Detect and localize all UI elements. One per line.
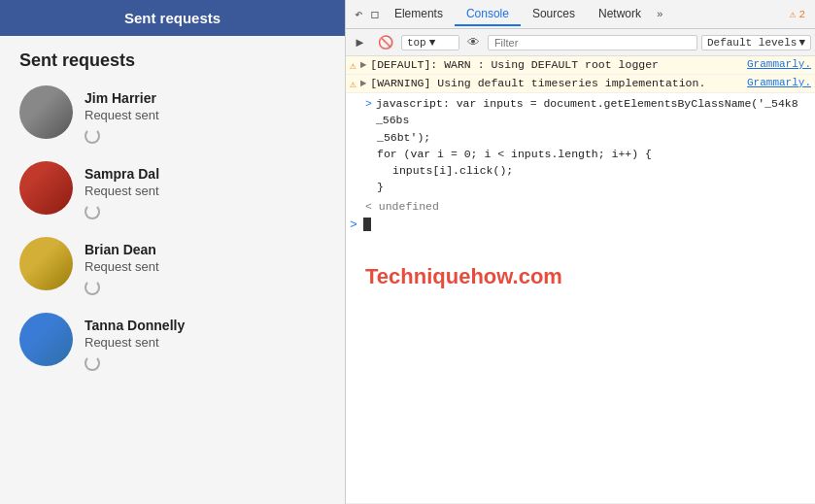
avatar — [19, 85, 73, 139]
item-details: Sampra Dal Request sent — [85, 161, 159, 219]
left-header: Sent requests — [0, 0, 345, 36]
filter-input[interactable] — [488, 35, 697, 50]
item-details: Brian Dean Request sent — [85, 237, 159, 295]
loading-spinner — [85, 204, 100, 219]
loading-spinner — [85, 355, 100, 371]
person-name: Tanna Donnelly — [85, 318, 185, 333]
eye-icon[interactable]: 👁 — [463, 33, 484, 51]
warn-badge: ⚠ 2 — [790, 8, 810, 20]
avatar — [19, 313, 73, 366]
code-block: > javascript: var inputs = document.getE… — [346, 93, 815, 198]
expand-icon[interactable]: ► — [360, 59, 367, 71]
code-line: inputs[i].click(); — [365, 162, 811, 179]
prompt-line[interactable]: > — [346, 215, 815, 235]
code-line: } — [365, 179, 811, 195]
watermark: Techniquehow.com — [346, 235, 815, 309]
console-text: [WARNING] Using default timeseries imple… — [370, 77, 739, 89]
person-name: Jim Harrier — [85, 90, 159, 106]
warn-icon: ⚠ — [350, 78, 357, 90]
loading-spinner — [85, 280, 100, 295]
console-warn-line: ⚠ ► [DEFAULT]: WARN : Using DEFAULT root… — [346, 56, 815, 75]
default-levels-selector[interactable]: Default levels ▼ — [701, 35, 811, 50]
loading-spinner — [85, 128, 100, 144]
devtools-topbar: ↶ ◻ Elements Console Sources Network » ⚠… — [346, 0, 815, 29]
left-content: Sent requests Jim Harrier Request sent S… — [0, 36, 345, 504]
prompt-symbol: > — [365, 95, 372, 129]
context-label: top — [407, 37, 426, 49]
undefined-output: < undefined — [346, 198, 815, 215]
prompt-chevron-icon: > — [350, 218, 357, 232]
console-text: [DEFAULT]: WARN : Using DEFAULT root log… — [370, 58, 739, 71]
code-text: for (var i = 0; i < inputs.length; i++) … — [365, 146, 652, 162]
tab-console[interactable]: Console — [455, 3, 521, 26]
header-title: Sent requests — [124, 10, 221, 26]
tab-elements[interactable]: Elements — [383, 3, 455, 26]
more-tabs-icon[interactable]: » — [653, 9, 667, 20]
left-chevron-icon: < — [365, 200, 372, 213]
warn-triangle-icon: ⚠ — [790, 8, 797, 20]
devtools-panel: ↶ ◻ Elements Console Sources Network » ⚠… — [345, 0, 815, 504]
list-item: Sampra Dal Request sent — [19, 161, 325, 219]
source-link[interactable]: Grammarly. — [747, 58, 811, 70]
undefined-text: undefined — [379, 200, 439, 213]
code-text: inputs[i].click(); — [365, 162, 513, 179]
section-title: Sent requests — [19, 50, 325, 71]
code-text: javascript: var inputs = document.getEle… — [376, 95, 811, 129]
chevron-down-icon: ▼ — [798, 37, 805, 49]
left-panel: Sent requests Sent requests Jim Harrier … — [0, 0, 345, 504]
request-status: Request sent — [85, 184, 159, 198]
tab-sources[interactable]: Sources — [521, 3, 587, 26]
device-icon[interactable]: ◻ — [366, 6, 382, 22]
code-text: } — [365, 179, 384, 195]
code-line: _56bt'); — [365, 129, 811, 146]
code-line: for (var i = 0; i < inputs.length; i++) … — [365, 146, 811, 162]
request-status: Request sent — [85, 108, 159, 122]
console-warn-line: ⚠ ► [WARNING] Using default timeseries i… — [346, 75, 815, 93]
source-link[interactable]: Grammarly. — [747, 77, 811, 88]
avatar — [19, 237, 73, 290]
request-status: Request sent — [85, 335, 185, 350]
person-name: Sampra Dal — [85, 166, 159, 182]
tab-network[interactable]: Network — [587, 3, 653, 26]
chevron-down-icon: ▼ — [429, 37, 436, 49]
avatar — [19, 161, 73, 215]
default-levels-label: Default levels — [707, 37, 797, 49]
watermark-text: Techniquehow.com — [365, 264, 562, 288]
item-details: Jim Harrier Request sent — [85, 85, 159, 144]
warn-count: 2 — [798, 9, 805, 20]
list-item: Brian Dean Request sent — [19, 237, 325, 295]
context-selector[interactable]: top ▼ — [401, 35, 459, 50]
expand-icon[interactable]: ► — [360, 78, 367, 89]
execute-button[interactable]: ► — [350, 33, 370, 51]
code-text: _56bt'); — [365, 129, 430, 146]
cursor — [363, 218, 371, 231]
clear-console-button[interactable]: 🚫 — [374, 33, 397, 51]
item-details: Tanna Donnelly Request sent — [85, 313, 185, 371]
list-item: Jim Harrier Request sent — [19, 85, 325, 144]
warn-icon: ⚠ — [350, 59, 357, 72]
cursor-icon[interactable]: ↶ — [351, 6, 366, 22]
list-item: Tanna Donnelly Request sent — [19, 313, 325, 371]
person-name: Brian Dean — [85, 242, 159, 257]
console-output[interactable]: ⚠ ► [DEFAULT]: WARN : Using DEFAULT root… — [346, 56, 815, 504]
code-line: > javascript: var inputs = document.getE… — [365, 95, 811, 129]
devtools-toolbar: ► 🚫 top ▼ 👁 Default levels ▼ — [346, 29, 815, 56]
request-status: Request sent — [85, 259, 159, 274]
